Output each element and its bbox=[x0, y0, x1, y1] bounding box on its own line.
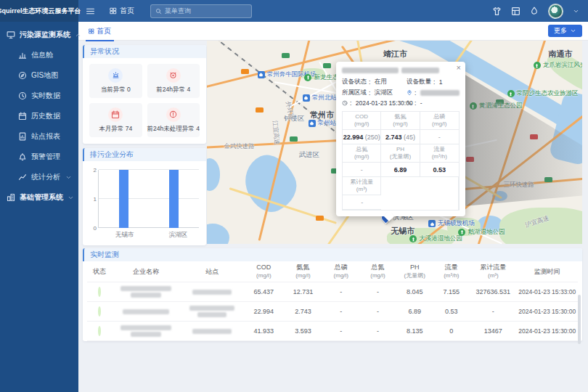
flame-icon[interactable] bbox=[530, 7, 539, 15]
company-name-redacted bbox=[112, 322, 181, 341]
cell-value: 8.135 bbox=[396, 322, 433, 341]
chevron-down-icon[interactable] bbox=[573, 8, 579, 15]
map-info-popup: × 设备状态: 在用 设备数量: 1 所属区域: 滨湖区 : : 2024-01… bbox=[336, 62, 465, 216]
sidebar-item-站点报表[interactable]: 站点报表 bbox=[0, 126, 78, 147]
calendar-icon bbox=[18, 112, 27, 121]
map-poi-label: 常阴沙生态农业旅游区 bbox=[507, 89, 579, 98]
theme-icon[interactable] bbox=[492, 7, 502, 16]
abnormal-panel-title: 异常状况 bbox=[83, 45, 206, 58]
abnormal-card-label: 前24h未处理异常 4 bbox=[147, 125, 200, 134]
popup-grid-value: - bbox=[343, 163, 381, 177]
x-category-label: 滨湖区 bbox=[169, 231, 188, 240]
close-icon[interactable]: × bbox=[457, 64, 461, 72]
popup-measure-grid: COD(mg/l)氨氮(mg/l)总磷(mg/l)22.994 (250)2.7… bbox=[342, 111, 460, 211]
bar-滨湖区[interactable] bbox=[169, 170, 179, 228]
road-shield bbox=[316, 216, 324, 221]
transit-poi-icon bbox=[428, 220, 436, 227]
popup-grid-value: 22.994 (250) bbox=[343, 130, 381, 144]
app-logo: Squirrel生态环境云服务平台 bbox=[0, 0, 78, 22]
status-dot-online bbox=[98, 287, 101, 297]
more-button[interactable]: 更多 bbox=[548, 25, 582, 37]
x-category-label: 无锡市 bbox=[115, 231, 134, 240]
map-road-label: 江宜高速 bbox=[270, 120, 281, 145]
y-tick: 1 bbox=[88, 196, 97, 203]
bar-chart: 012无锡市滨湖区 bbox=[89, 168, 199, 240]
park-poi-icon bbox=[409, 235, 417, 242]
map-poi-label: 常州北站 bbox=[303, 94, 337, 102]
abnormal-card-label: 前24h异常 4 bbox=[156, 86, 190, 94]
map-road-label: 金武快速路 bbox=[224, 142, 255, 151]
topbar-home-link[interactable]: 首页 bbox=[110, 6, 134, 16]
cell-value: 2.743 bbox=[283, 302, 322, 322]
station-name-redacted bbox=[180, 302, 244, 322]
map-poi-label: 龙爪岩滨江风光带 bbox=[534, 61, 582, 70]
road-shield bbox=[241, 69, 249, 74]
sidebar-item-label: 预警管理 bbox=[31, 152, 60, 162]
popup-grid-value: 6.89 bbox=[381, 163, 420, 177]
sidebar-group-base-admin[interactable]: 基础管理系统 bbox=[0, 187, 78, 208]
popup-grid-header: 氨氮(mg/l) bbox=[381, 112, 420, 130]
popup-grid-header: 累计流量(m³) bbox=[343, 177, 381, 195]
cell-value: 41.933 bbox=[244, 322, 283, 341]
tab-home-label: 首页 bbox=[97, 26, 111, 36]
menu-search-input[interactable]: 菜单查询 bbox=[150, 4, 252, 18]
bars-icon bbox=[18, 51, 27, 60]
cell-value: - bbox=[359, 322, 396, 341]
table-row[interactable]: 41.9333.593--8.1350134672024-01-23 15:30… bbox=[87, 322, 578, 341]
cell-value: 13467 bbox=[470, 322, 516, 341]
column-header-氨氮: 氨氮(mg/l) bbox=[283, 261, 322, 282]
realtime-table: 状态企业名称站点COD(mg/l)氨氮(mg/l)总磷(mg/l)总氮(mg/l… bbox=[87, 261, 578, 341]
abnormal-card-label: 当前异常 0 bbox=[101, 86, 131, 94]
cell-value: - bbox=[322, 302, 359, 322]
column-header-站点: 站点 bbox=[180, 261, 244, 282]
sidebar-group-pollution-monitor[interactable]: 污染源监测系统 bbox=[0, 25, 78, 45]
abnormal-card-前24h未处理异常[interactable]: 前24h未处理异常 4 bbox=[147, 103, 200, 137]
bar-无锡市[interactable] bbox=[119, 170, 128, 228]
avatar[interactable] bbox=[548, 4, 563, 19]
abnormal-card-前24h异常[interactable]: 前24h异常 4 bbox=[147, 64, 200, 98]
sidebar-item-信息舱[interactable]: 信息舱 bbox=[0, 45, 78, 65]
transit-poi-icon bbox=[258, 71, 265, 78]
cell-value: 8.045 bbox=[396, 282, 433, 302]
park-poi-icon bbox=[507, 90, 515, 97]
bell-icon bbox=[18, 152, 27, 161]
gis-map[interactable]: 常州市无锡市南通市靖江市钟楼区武进区金武快速路三环快速路沪宜高速外环路江宜高速常… bbox=[207, 41, 582, 244]
table-row[interactable]: 65.43712.731--8.0457.155327636.5312024-0… bbox=[87, 282, 578, 302]
enterprise-distribution-panel: 排污企业分布 012无锡市滨湖区 bbox=[83, 148, 206, 245]
map-city-label: 靖江市 bbox=[383, 49, 407, 60]
more-button-label: 更多 bbox=[554, 26, 567, 36]
monitor-icon bbox=[7, 30, 15, 39]
chart-panel-title: 排污企业分布 bbox=[83, 148, 206, 161]
transit-poi-icon bbox=[309, 120, 316, 127]
popup-grid-value: - bbox=[343, 195, 381, 210]
status-dot-online bbox=[98, 306, 101, 317]
chevron-down-icon bbox=[65, 174, 72, 181]
sidebar-item-历史数据[interactable]: 历史数据 bbox=[0, 106, 78, 126]
building-icon bbox=[7, 193, 15, 202]
column-header-累计流量: 累计流量(m³) bbox=[470, 261, 516, 282]
sidebar-item-预警管理[interactable]: 预警管理 bbox=[0, 147, 78, 167]
alert-icon bbox=[166, 107, 181, 122]
menu-collapse-icon[interactable] bbox=[86, 7, 95, 16]
sidebar-item-统计分析[interactable]: 统计分析 bbox=[0, 167, 78, 187]
sidebar-item-label: 统计分析 bbox=[31, 172, 60, 182]
lake-taihu-edge bbox=[207, 224, 229, 244]
abnormal-card-当前异常[interactable]: 当前异常 0 bbox=[89, 64, 142, 98]
sidebar-item-实时数据[interactable]: 实时数据 bbox=[0, 86, 78, 106]
cell-value: 6.89 bbox=[396, 302, 433, 322]
column-header-企业名称: 企业名称 bbox=[112, 261, 181, 282]
layout-icon[interactable] bbox=[511, 7, 520, 16]
compass-icon bbox=[18, 71, 27, 80]
sidebar-item-label: GIS地图 bbox=[31, 70, 58, 81]
sidebar-item-GIS地图[interactable]: GIS地图 bbox=[0, 65, 78, 86]
table-scrollbar[interactable] bbox=[578, 295, 581, 344]
tab-home[interactable]: 首页 bbox=[86, 22, 114, 41]
company-name-redacted bbox=[112, 302, 181, 322]
lake-west bbox=[207, 158, 220, 191]
abnormal-card-本月异常[interactable]: 本月异常 74 bbox=[89, 103, 142, 137]
topbar-actions bbox=[492, 4, 588, 19]
cell-value: 327636.531 bbox=[470, 282, 516, 302]
cell-value: - bbox=[322, 282, 359, 302]
table-row[interactable]: 22.9942.743--6.890.53-2024-01-23 15:30:0… bbox=[87, 302, 578, 322]
park-poi-icon bbox=[534, 62, 541, 69]
